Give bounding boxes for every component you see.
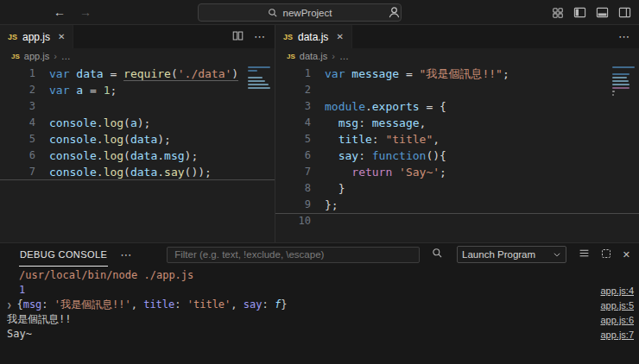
filter-input[interactable]: [167, 247, 420, 263]
code-line[interactable]: 5 title: "title",: [275, 131, 639, 147]
code-token: ,: [231, 298, 243, 311]
code-token: console: [49, 149, 97, 162]
code-line[interactable]: 4 msg: message,: [275, 115, 639, 131]
code-line[interactable]: 6console.log(data.msg);: [0, 147, 275, 164]
console-source-link[interactable]: app.js:5: [600, 298, 634, 313]
code-line[interactable]: 6 say: function(){: [275, 147, 639, 164]
filter-search-icon[interactable]: [432, 247, 443, 262]
minimap-line: [612, 66, 635, 68]
layout-controls: [552, 6, 631, 19]
line-number[interactable]: 4: [0, 115, 35, 131]
code-token: './data': [178, 67, 232, 81]
console-text: {msg: '我是個訊息!!', title: 'title', say: f}: [16, 298, 287, 311]
line-number[interactable]: 9: [275, 197, 311, 213]
breadcrumb[interactable]: JS data.js › …: [275, 48, 639, 64]
tab-data-js[interactable]: JS data.js ✕: [275, 25, 352, 48]
code-line[interactable]: 7 return 'Say~';: [275, 164, 639, 180]
toggle-secondary-sidebar-icon[interactable]: [618, 6, 631, 19]
minimap-line: [248, 87, 270, 89]
code-line[interactable]: 3: [0, 98, 275, 115]
code-line[interactable]: 8 }: [275, 180, 639, 197]
line-number[interactable]: 4: [275, 115, 311, 131]
code-token: msg: [325, 116, 358, 129]
line-number[interactable]: 5: [0, 131, 35, 147]
back-arrow-icon[interactable]: ←: [54, 5, 66, 19]
code-token: .: [365, 100, 372, 113]
code-line[interactable]: 1var message = "我是個訊息!!";: [275, 66, 639, 82]
code-line[interactable]: 2var a = 1;: [0, 82, 275, 98]
console-line: 1app.js:4: [0, 283, 639, 298]
line-number[interactable]: 5: [275, 131, 311, 147]
search-value: newProject: [283, 8, 332, 18]
expand-icon[interactable]: ❯: [7, 298, 11, 313]
code-token: msg: [164, 149, 184, 162]
code-token: title: [325, 133, 372, 146]
line-number[interactable]: 6: [0, 147, 35, 164]
more-actions-icon[interactable]: ⋯: [618, 31, 630, 42]
code-token: :: [262, 298, 274, 311]
console-text: Say~: [7, 328, 32, 340]
breadcrumb-file: app.js: [24, 51, 49, 61]
code-token: :: [358, 116, 372, 129]
tab-app-js[interactable]: JS app.js ✕: [0, 25, 73, 48]
toggle-panel-icon[interactable]: [596, 6, 609, 19]
line-number[interactable]: 6: [275, 147, 311, 164]
command-center-search[interactable]: newProject: [198, 3, 402, 22]
minimap[interactable]: [611, 66, 636, 101]
console-source-link[interactable]: app.js:7: [600, 328, 634, 342]
line-number[interactable]: 1: [0, 66, 35, 82]
line-number[interactable]: 3: [275, 98, 311, 115]
code-line[interactable]: 3module.exports = {: [275, 98, 639, 115]
tab-debug-console[interactable]: DEBUG CONSOLE: [19, 243, 108, 267]
clear-console-icon[interactable]: [579, 247, 590, 262]
minimap[interactable]: [246, 66, 272, 91]
code-token: ,: [433, 133, 440, 146]
history-navigation: ← →: [54, 0, 92, 24]
debug-console-output[interactable]: /usr/local/bin/node ./app.js1app.js:4❯{m…: [0, 266, 639, 364]
close-tab-icon[interactable]: ✕: [336, 32, 343, 41]
console-source-link[interactable]: app.js:6: [600, 313, 634, 328]
line-number[interactable]: 1: [275, 66, 311, 82]
more-actions-icon[interactable]: ⋯: [120, 249, 132, 260]
console-text: /usr/local/bin/node ./app.js: [19, 269, 193, 281]
line-number[interactable]: 2: [275, 82, 311, 98]
code-token: var: [49, 67, 76, 80]
console-source-link[interactable]: app.js:4: [600, 284, 634, 298]
split-editor-icon[interactable]: [232, 29, 244, 45]
line-number[interactable]: 7: [0, 164, 35, 180]
code-line[interactable]: 9};: [275, 197, 639, 213]
line-number[interactable]: 7: [275, 164, 311, 180]
close-tab-icon[interactable]: ✕: [58, 32, 65, 41]
forward-arrow-icon[interactable]: →: [79, 5, 92, 19]
js-file-icon: JS: [8, 33, 17, 41]
code-line[interactable]: 7console.log(data.say());: [0, 164, 275, 180]
code-line[interactable]: 5console.log(data);: [0, 131, 275, 147]
launch-program-dropdown[interactable]: Launch Program: [457, 246, 566, 263]
breadcrumb[interactable]: JS app.js › …: [0, 48, 275, 64]
js-file-icon: JS: [283, 33, 293, 41]
customize-layout-icon[interactable]: [552, 7, 564, 19]
toggle-sidebar-icon[interactable]: [573, 6, 586, 19]
console-line: Say~app.js:7: [0, 327, 639, 342]
maximize-panel-icon[interactable]: [601, 247, 611, 262]
code-token: {: [16, 298, 22, 311]
code-editor-app-js[interactable]: 1var data = require('./data')2var a = 1;…: [0, 64, 275, 242]
close-panel-icon[interactable]: ✕: [623, 249, 630, 260]
line-number[interactable]: 3: [0, 98, 35, 115]
line-number[interactable]: 10: [275, 213, 311, 229]
more-actions-icon[interactable]: ⋯: [254, 31, 266, 42]
code-line[interactable]: 4console.log(a);: [0, 115, 275, 131]
line-number[interactable]: 8: [275, 180, 311, 197]
line-number[interactable]: 2: [0, 82, 35, 98]
code-line[interactable]: 1var data = require('./data'): [0, 66, 275, 82]
code-editor-data-js[interactable]: 1var message = "我是個訊息!!";23module.export…: [275, 64, 639, 242]
account-icon[interactable]: [388, 6, 401, 22]
code-token: log: [104, 149, 123, 162]
code-token: );: [137, 116, 151, 129]
code-line[interactable]: 10: [275, 213, 639, 229]
console-line: /usr/local/bin/node ./app.js: [0, 268, 639, 283]
tab-actions-right: ⋯: [618, 25, 639, 48]
code-line[interactable]: 2: [275, 82, 639, 98]
chevron-right-icon: ›: [332, 51, 335, 61]
code-token: /usr/local/bin/node ./app.js: [19, 269, 193, 281]
